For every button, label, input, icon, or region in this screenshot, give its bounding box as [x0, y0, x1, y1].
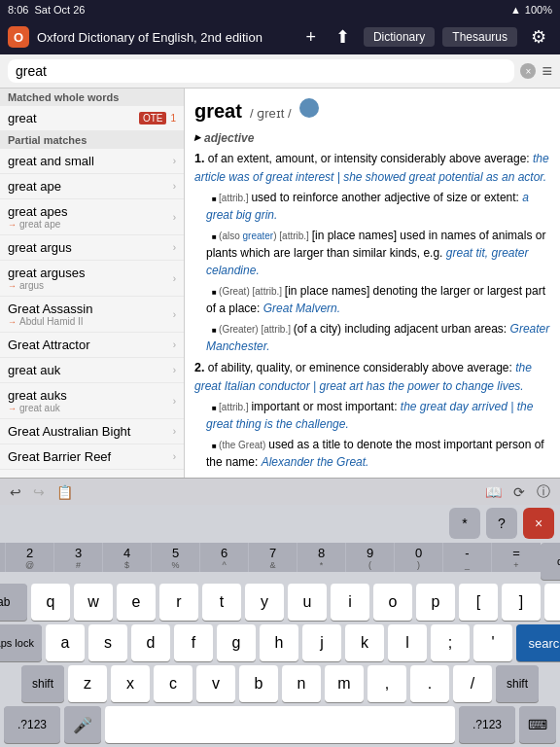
key-minus[interactable]: -_	[443, 543, 492, 572]
key-r[interactable]: r	[159, 584, 198, 621]
bottom-toolbar: ↩ ↪ 📋 📖 ⟳ ⓘ	[0, 478, 560, 505]
info-button[interactable]: ⓘ	[531, 481, 556, 503]
close-overlay-button[interactable]: ×	[523, 508, 554, 539]
delete-key[interactable]: delete	[541, 543, 560, 580]
key-comma[interactable]: ,	[368, 665, 406, 702]
key-z[interactable]: z	[68, 665, 107, 702]
left-shift-key[interactable]: shift	[21, 665, 64, 702]
key-v[interactable]: v	[196, 665, 235, 702]
dictionary-tab[interactable]: Dictionary	[364, 27, 435, 47]
thesaurus-tab[interactable]: Thesaurus	[442, 27, 517, 47]
key-equals[interactable]: =+	[492, 543, 541, 572]
search-key[interactable]: search	[516, 624, 560, 661]
row-zxcv: shift z x c v b n m , . / shift	[0, 663, 560, 704]
settings-button[interactable]: ⚙	[525, 24, 552, 50]
key-rbracket[interactable]: ]	[502, 584, 541, 621]
search-input[interactable]	[8, 59, 514, 83]
caps-lock-key[interactable]: caps lock	[0, 624, 42, 661]
key-6[interactable]: 6^	[200, 543, 249, 572]
key-q[interactable]: q	[31, 584, 70, 621]
key-2[interactable]: 2@	[6, 543, 54, 572]
list-item[interactable]: Great Barrier Reef ›	[0, 445, 184, 470]
list-item[interactable]: Great Attractor ›	[0, 333, 184, 358]
list-item[interactable]: great auks → great auk ›	[0, 383, 184, 419]
key-0[interactable]: 0)	[395, 543, 443, 572]
key-lbracket[interactable]: [	[459, 584, 498, 621]
status-time: 8:06	[8, 4, 28, 16]
key-8[interactable]: 8*	[298, 543, 346, 572]
space-key[interactable]	[105, 706, 455, 743]
microphone-button[interactable]: 🎤	[64, 706, 101, 743]
ote-count: 1	[170, 113, 176, 124]
key-9[interactable]: 9(	[346, 543, 395, 572]
key-i[interactable]: i	[331, 584, 369, 621]
list-item[interactable]: great apes → great ape ›	[0, 199, 184, 235]
tab-key[interactable]: tab	[0, 584, 27, 621]
chevron-icon: ›	[173, 396, 176, 407]
search-menu-button[interactable]: ≡	[542, 61, 552, 82]
key-j[interactable]: j	[302, 624, 341, 661]
key-slash[interactable]: /	[453, 665, 492, 702]
ote-item[interactable]: great OTE 1	[0, 106, 184, 131]
subsense: (Great) [attrib.] [in place names] denot…	[206, 282, 550, 317]
key-d[interactable]: d	[131, 624, 170, 661]
key-s[interactable]: s	[88, 624, 127, 661]
key-h[interactable]: h	[260, 624, 298, 661]
key-p[interactable]: p	[416, 584, 455, 621]
question-overlay-button[interactable]: ?	[486, 508, 517, 539]
key-5[interactable]: 5%	[152, 543, 200, 572]
definition-panel: great / ɡreɪt / adjective 1. of an exten…	[185, 89, 560, 478]
key-x[interactable]: x	[111, 665, 150, 702]
star-overlay-button[interactable]: *	[449, 508, 480, 539]
list-item[interactable]: great ape ›	[0, 174, 184, 199]
search-clear-button[interactable]: ×	[520, 63, 536, 79]
right-shift-key[interactable]: shift	[496, 665, 539, 702]
audio-button[interactable]	[299, 98, 319, 118]
history-button[interactable]: ⟳	[508, 482, 531, 502]
key-semicolon[interactable]: ;	[431, 624, 470, 661]
keyboard-dismiss-button[interactable]: ⌨	[519, 706, 556, 743]
key-y[interactable]: y	[245, 584, 284, 621]
redo-button[interactable]: ↪	[27, 482, 51, 502]
key-period[interactable]: .	[410, 665, 449, 702]
list-item[interactable]: great arguses → argus ›	[0, 261, 184, 297]
list-item[interactable]: great argus ›	[0, 235, 184, 261]
list-item[interactable]: Great Australian Bight ›	[0, 419, 184, 445]
chevron-icon: ›	[173, 156, 176, 166]
mode-button-left[interactable]: .?123	[4, 706, 60, 743]
chevron-icon: ›	[173, 273, 176, 284]
share-button[interactable]: ⬆	[330, 24, 356, 50]
key-w[interactable]: w	[74, 584, 113, 621]
key-u[interactable]: u	[288, 584, 327, 621]
key-b[interactable]: b	[239, 665, 278, 702]
key-f[interactable]: f	[174, 624, 213, 661]
add-button[interactable]: +	[299, 25, 322, 50]
key-c[interactable]: c	[154, 665, 192, 702]
key-3[interactable]: 3#	[54, 543, 103, 572]
undo-button[interactable]: ↩	[4, 482, 27, 502]
subsense: [attrib.] used to reinforce another adje…	[206, 189, 550, 224]
list-item[interactable]: great and small ›	[0, 149, 184, 174]
key-4[interactable]: 4$	[103, 543, 152, 572]
key-g[interactable]: g	[217, 624, 256, 661]
key-m[interactable]: m	[325, 665, 364, 702]
key-backslash[interactable]: \	[544, 584, 560, 621]
book-button[interactable]: 📖	[479, 482, 508, 502]
key-k[interactable]: k	[345, 624, 384, 661]
chevron-icon: ›	[173, 426, 176, 437]
clipboard-button[interactable]: 📋	[51, 482, 79, 502]
list-item[interactable]: Great Basin ›	[0, 470, 184, 478]
list-item[interactable]: Great Assassin → Abdul Hamid II ›	[0, 297, 184, 333]
list-item[interactable]: great auk ›	[0, 358, 184, 383]
key-o[interactable]: o	[373, 584, 412, 621]
key-n[interactable]: n	[282, 665, 321, 702]
key-e[interactable]: e	[117, 584, 156, 621]
key-7[interactable]: 7&	[249, 543, 298, 572]
mode-button-right[interactable]: .?123	[459, 706, 515, 743]
key-quote[interactable]: '	[473, 624, 512, 661]
key-l[interactable]: l	[388, 624, 427, 661]
sense-1: 1. of an extent, amount, or intensity co…	[194, 150, 550, 186]
key-a[interactable]: a	[46, 624, 85, 661]
key-t[interactable]: t	[202, 584, 241, 621]
chevron-icon: ›	[173, 242, 176, 253]
